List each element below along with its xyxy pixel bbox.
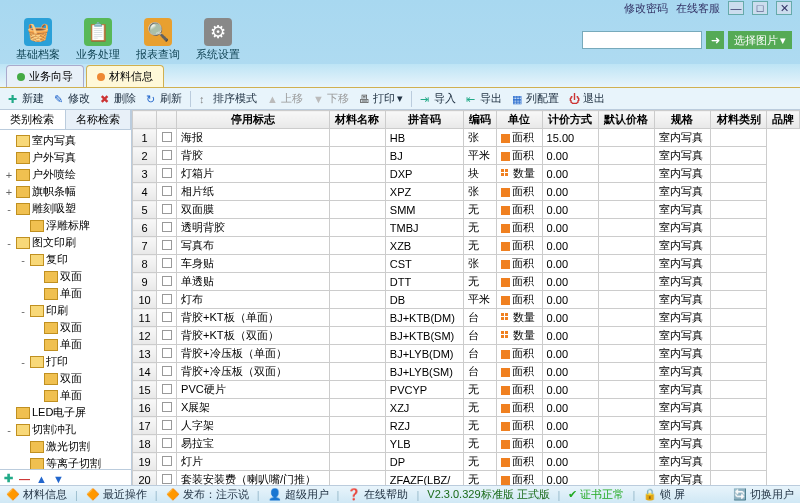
tree-twisty-icon[interactable]: - <box>18 254 28 266</box>
checkbox[interactable] <box>162 186 172 196</box>
tab-材料信息[interactable]: 材料信息 <box>86 65 164 87</box>
col-header[interactable]: 计价方式 <box>542 111 598 129</box>
checkbox[interactable] <box>162 438 172 448</box>
checkbox[interactable] <box>162 132 172 142</box>
tree-node-双面[interactable]: 双面 <box>2 319 129 336</box>
tree-node-旗帜条幅[interactable]: +旗帜条幅 <box>2 183 129 200</box>
tree-node-雕刻吸塑[interactable]: -雕刻吸塑 <box>2 200 129 217</box>
tree-twisty-icon[interactable]: - <box>18 305 28 317</box>
status-switch-user[interactable]: 🔄 切换用户 <box>733 487 794 502</box>
toolbar-打印[interactable]: 🖶打印 ▾ <box>355 91 407 106</box>
sidetab-类别检索[interactable]: 类别检索 <box>0 110 66 129</box>
checkbox[interactable] <box>162 258 172 268</box>
col-header[interactable]: 拼音码 <box>385 111 463 129</box>
tree-node-单面[interactable]: 单面 <box>2 336 129 353</box>
checkbox[interactable] <box>162 384 172 394</box>
checkbox[interactable] <box>162 312 172 322</box>
checkbox[interactable] <box>162 330 172 340</box>
tree-node-浮雕标牌[interactable]: 浮雕标牌 <box>2 217 129 234</box>
col-header[interactable]: 材料类别 <box>710 111 766 129</box>
tree-node-印刷[interactable]: -印刷 <box>2 302 129 319</box>
col-header[interactable]: 材料名称 <box>329 111 385 129</box>
tree-down-button[interactable]: ▼ <box>53 473 64 485</box>
tree-node-双面[interactable]: 双面 <box>2 370 129 387</box>
sidetab-名称检索[interactable]: 名称检索 <box>66 110 132 129</box>
table-row[interactable]: 7写真布XZB无面积0.00室内写真 <box>133 237 800 255</box>
top-button-报表查询[interactable]: 🔍报表查询 <box>128 17 188 63</box>
table-row[interactable]: 17人字架RZJ无面积0.00室内写真 <box>133 417 800 435</box>
table-row[interactable]: 16X展架XZJ无面积0.00室内写真 <box>133 399 800 417</box>
tree-twisty-icon[interactable]: - <box>4 203 14 215</box>
tree-node-室内写真[interactable]: 室内写真 <box>2 132 129 149</box>
table-row[interactable]: 6透明背胶TMBJ无面积0.00室内写真 <box>133 219 800 237</box>
tree-node-单面[interactable]: 单面 <box>2 387 129 404</box>
table-row[interactable]: 19灯片DP无面积0.00室内写真 <box>133 453 800 471</box>
tree-node-LED电子屏[interactable]: LED电子屏 <box>2 404 129 421</box>
toolbar-排序模式[interactable]: ↕排序模式 <box>195 91 261 106</box>
col-header[interactable]: 停用标志 <box>177 111 330 129</box>
tree-node-激光切割[interactable]: 激光切割 <box>2 438 129 455</box>
toolbar-导出[interactable]: ⇤导出 <box>462 91 506 106</box>
col-header[interactable]: 单位 <box>497 111 543 129</box>
col-header[interactable]: 规格 <box>654 111 710 129</box>
col-header[interactable] <box>157 111 177 129</box>
tree-node-图文印刷[interactable]: -图文印刷 <box>2 234 129 251</box>
tree-node-复印[interactable]: -复印 <box>2 251 129 268</box>
table-row[interactable]: 8车身贴CST张面积0.00室内写真 <box>133 255 800 273</box>
checkbox[interactable] <box>162 366 172 376</box>
table-row[interactable]: 18易拉宝YLB无面积0.00室内写真 <box>133 435 800 453</box>
col-header[interactable]: 编码 <box>464 111 497 129</box>
tree-twisty-icon[interactable]: + <box>4 169 14 181</box>
table-row[interactable]: 10灯布DB平米面积0.00室内写真 <box>133 291 800 309</box>
toolbar-列配置[interactable]: ▦列配置 <box>508 91 563 106</box>
minimize-button[interactable]: — <box>728 1 744 15</box>
maximize-button[interactable]: □ <box>752 1 768 15</box>
table-row[interactable]: 15PVC硬片PVCYP无面积0.00室内写真 <box>133 381 800 399</box>
tree-add-button[interactable]: ✚ <box>4 472 13 485</box>
toolbar-删除[interactable]: ✖删除 <box>96 91 140 106</box>
checkbox[interactable] <box>162 240 172 250</box>
col-header[interactable]: 默认价格 <box>598 111 654 129</box>
checkbox[interactable] <box>162 402 172 412</box>
tree-twisty-icon[interactable]: + <box>4 186 14 198</box>
change-password-link[interactable]: 修改密码 <box>624 1 668 16</box>
tree-node-切割冲孔[interactable]: -切割冲孔 <box>2 421 129 438</box>
col-header[interactable]: 品牌 <box>767 111 800 129</box>
tree-delete-button[interactable]: — <box>19 473 30 485</box>
search-input[interactable] <box>582 31 702 49</box>
table-row[interactable]: 1海报HB张面积15.00室内写真 <box>133 129 800 147</box>
table-row[interactable]: 4相片纸XPZ张面积0.00室内写真 <box>133 183 800 201</box>
checkbox[interactable] <box>162 150 172 160</box>
checkbox[interactable] <box>162 474 172 484</box>
table-row[interactable]: 3灯箱片DXP块数量0.00室内写真 <box>133 165 800 183</box>
close-button[interactable]: ✕ <box>776 1 792 15</box>
checkbox[interactable] <box>162 294 172 304</box>
checkbox[interactable] <box>162 168 172 178</box>
checkbox[interactable] <box>162 420 172 430</box>
table-row[interactable]: 14背胶+冷压板（双面）BJ+LYB(SM)台面积0.00室内写真 <box>133 363 800 381</box>
tree-node-双面[interactable]: 双面 <box>2 268 129 285</box>
table-row[interactable]: 11背胶+KT板（单面）BJ+KTB(DM)台数量0.00室内写真 <box>133 309 800 327</box>
tab-业务向导[interactable]: 业务向导 <box>6 65 84 87</box>
search-go-button[interactable]: ➜ <box>706 31 724 49</box>
toolbar-导入[interactable]: ⇥导入 <box>416 91 460 106</box>
toolbar-新建[interactable]: ✚新建 <box>4 91 48 106</box>
tree-twisty-icon[interactable]: - <box>4 424 14 436</box>
table-row[interactable]: 5双面膜SMM无面积0.00室内写真 <box>133 201 800 219</box>
tree-node-户外喷绘[interactable]: +户外喷绘 <box>2 166 129 183</box>
table-row[interactable]: 2背胶BJ平米面积0.00室内写真 <box>133 147 800 165</box>
tree-node-单面[interactable]: 单面 <box>2 285 129 302</box>
checkbox[interactable] <box>162 348 172 358</box>
tree-node-打印[interactable]: -打印 <box>2 353 129 370</box>
status-help[interactable]: ❓ 在线帮助 <box>347 487 408 502</box>
top-button-系统设置[interactable]: ⚙系统设置 <box>188 17 248 63</box>
table-row[interactable]: 9单透贴DTT无面积0.00室内写真 <box>133 273 800 291</box>
checkbox[interactable] <box>162 456 172 466</box>
tree-node-户外写真[interactable]: 户外写真 <box>2 149 129 166</box>
toolbar-退出[interactable]: ⏻退出 <box>565 91 609 106</box>
checkbox[interactable] <box>162 222 172 232</box>
top-button-基础档案[interactable]: 🧺基础档案 <box>8 17 68 63</box>
top-button-业务处理[interactable]: 📋业务处理 <box>68 17 128 63</box>
tree-twisty-icon[interactable]: - <box>18 356 28 368</box>
tree-twisty-icon[interactable]: - <box>4 237 14 249</box>
